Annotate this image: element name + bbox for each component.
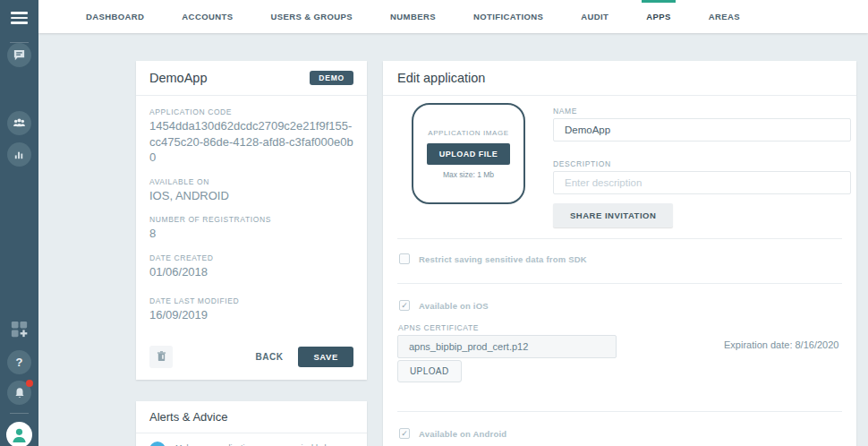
divider — [383, 95, 856, 96]
available-ios-checkbox[interactable]: ✓ — [399, 300, 410, 311]
apns-upload-button[interactable]: UPLOAD — [397, 360, 462, 382]
divider — [397, 411, 842, 412]
app-card-body: APPLICATION CODE 1454dda130d62dcdc2709c2… — [136, 96, 367, 340]
field-available-on: AVAILABLE ON IOS, ANDROID — [149, 177, 353, 204]
application-image-dropzone[interactable]: APPLICATION IMAGE UPLOAD FILE Max size: … — [412, 103, 525, 204]
field-label: AVAILABLE ON — [149, 177, 353, 186]
field-date-created: DATE CREATED 01/06/2018 — [149, 253, 353, 280]
app-root: { "colors": { "accent_teal": "#2ba58b", … — [0, 0, 868, 446]
app-card-footer: BACK SAVE — [136, 340, 367, 380]
alert-text: Make your application more recognisable … — [175, 442, 353, 446]
sidebar-item-account[interactable] — [0, 422, 38, 446]
tab-areas[interactable]: AREAS — [690, 0, 759, 33]
apns-certificate-label: APNS CERTIFICATE — [398, 323, 479, 332]
name-input[interactable] — [553, 118, 851, 142]
field-date-modified: DATE LAST MODIFIED 16/09/2019 — [149, 296, 353, 323]
restrict-sdk-row: ✓ Restrict saving sensitive data from SD… — [399, 253, 587, 264]
apps-add-icon — [9, 319, 30, 339]
sidebar-item-chat[interactable] — [0, 43, 38, 67]
field-value: 8 — [149, 226, 353, 242]
back-button[interactable]: BACK — [256, 352, 284, 362]
app-summary-card: DemoApp DEMO APPLICATION CODE 1454dda130… — [136, 61, 367, 380]
left-column: DemoApp DEMO APPLICATION CODE 1454dda130… — [136, 61, 367, 446]
field-application-code: APPLICATION CODE 1454dda130d62dcdc2709c2… — [149, 107, 353, 166]
field-value: 01/06/2018 — [149, 264, 353, 280]
field-value: 1454dda130d62dcdc2709c2e21f9f155-cc475c2… — [149, 118, 353, 166]
bar-chart-icon — [7, 142, 31, 167]
field-value: IOS, ANDROID — [149, 188, 353, 204]
tab-apps[interactable]: APPS — [627, 0, 689, 33]
sidebar-item-help[interactable]: ? — [0, 350, 38, 374]
tab-accounts[interactable]: ACCOUNTS — [163, 0, 251, 33]
demo-badge: DEMO — [310, 71, 353, 85]
help-icon: ? — [7, 350, 31, 374]
sidebar: ? — [0, 0, 38, 446]
avatar — [6, 422, 32, 446]
available-ios-label: Available on iOS — [419, 301, 489, 311]
chat-icon — [7, 43, 31, 67]
sidebar-item-analytics[interactable] — [0, 142, 38, 167]
divider — [397, 283, 842, 284]
max-size-hint: Max size: 1 Mb — [443, 170, 494, 179]
upload-file-button[interactable]: UPLOAD FILE — [427, 143, 511, 165]
field-label: DATE CREATED — [149, 253, 353, 262]
description-label: DESCRIPTION — [553, 159, 611, 168]
restrict-sdk-checkbox[interactable]: ✓ — [399, 253, 410, 264]
edit-application-panel: Edit application APPLICATION IMAGE UPLOA… — [383, 61, 856, 446]
sidebar-item-users[interactable] — [0, 111, 38, 135]
field-label: NUMBER OF REGISTRATIONS — [149, 215, 353, 224]
sidebar-item-notifications[interactable] — [0, 381, 38, 405]
menu-icon[interactable] — [0, 12, 38, 24]
save-button[interactable]: SAVE — [298, 347, 353, 367]
alerts-advice-card: Alerts & Advice ✓ Make your application … — [136, 401, 367, 446]
check-circle-icon: ✓ — [149, 442, 166, 446]
field-registrations: NUMBER OF REGISTRATIONS 8 — [149, 215, 353, 242]
people-icon — [7, 111, 31, 135]
available-android-row: ✓ Available on Android — [399, 428, 506, 439]
edit-panel-title: Edit application — [383, 61, 856, 95]
main-content: DemoApp DEMO APPLICATION CODE 1454dda130… — [38, 33, 868, 446]
application-image-label: APPLICATION IMAGE — [428, 129, 509, 137]
delete-icon — [157, 351, 166, 362]
field-label: DATE LAST MODIFIED — [149, 296, 353, 305]
alert-item[interactable]: ✓ Make your application more recognisabl… — [136, 433, 367, 446]
field-label: APPLICATION CODE — [149, 107, 353, 116]
apns-certificate-input[interactable] — [397, 335, 617, 358]
notification-dot — [26, 380, 33, 387]
bell-icon — [7, 381, 31, 405]
tab-numbers[interactable]: NUMBERS — [371, 0, 455, 33]
tab-users-groups[interactable]: USERS & GROUPS — [251, 0, 371, 33]
available-android-checkbox[interactable]: ✓ — [399, 428, 410, 439]
tab-notifications[interactable]: NOTIFICATIONS — [455, 0, 562, 33]
name-label: NAME — [553, 107, 577, 116]
description-input[interactable] — [553, 171, 851, 194]
sidebar-item-apps-add[interactable] — [0, 319, 38, 339]
expiration-date-text: Expiration date: 8/16/2020 — [724, 339, 838, 350]
restrict-sdk-label: Restrict saving sensitive data from SDK — [419, 254, 587, 264]
available-ios-row: ✓ Available on iOS — [399, 300, 489, 311]
field-value: 16/09/2019 — [149, 307, 353, 323]
available-android-label: Available on Android — [419, 429, 506, 439]
app-card-header: DemoApp DEMO — [136, 61, 367, 95]
tab-audit[interactable]: AUDIT — [562, 0, 627, 33]
app-title: DemoApp — [149, 71, 207, 85]
divider — [397, 238, 842, 239]
tab-dashboard[interactable]: DASHBOARD — [67, 0, 163, 33]
delete-button[interactable] — [149, 346, 173, 368]
share-invitation-button[interactable]: SHARE INVITATION — [553, 203, 673, 227]
sidebar-divider — [10, 413, 29, 414]
top-navigation: DASHBOARD ACCOUNTS USERS & GROUPS NUMBER… — [38, 0, 868, 33]
alerts-card-title: Alerts & Advice — [136, 401, 367, 433]
